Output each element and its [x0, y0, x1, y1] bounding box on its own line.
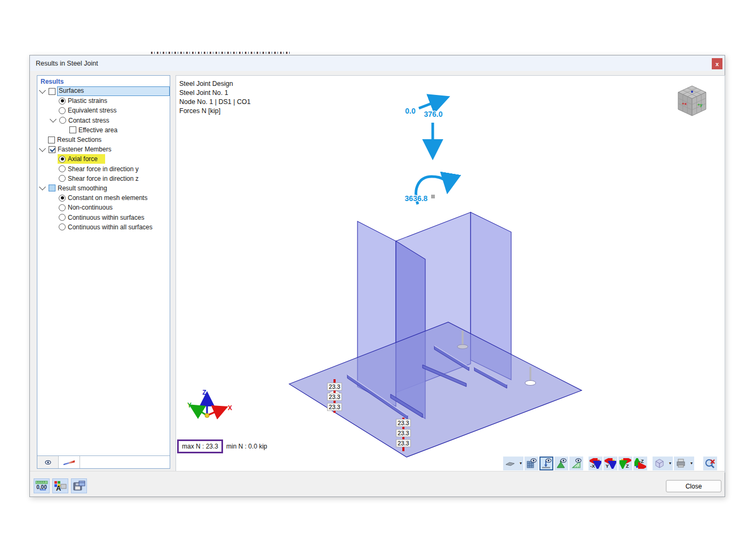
dimensions-visibility-icon: [571, 458, 582, 469]
tree-item-fastener-members[interactable]: Fastener Members: [37, 145, 170, 154]
tree-item-label[interactable]: Surfaces: [57, 86, 170, 96]
chevron-down-icon[interactable]: [39, 184, 46, 191]
tree-item-label[interactable]: Effective area: [78, 126, 117, 134]
tree-item-label[interactable]: Equivalent stress: [68, 107, 116, 114]
bolt-washer: [457, 345, 468, 349]
result-sections-checkbox[interactable]: [48, 137, 55, 143]
chevron-down-icon[interactable]: [39, 145, 46, 152]
tree-item-non-continuous[interactable]: Non-continuous: [37, 203, 170, 212]
tree-item-label[interactable]: Axial force: [68, 155, 98, 163]
surfaces-checkbox[interactable]: [49, 88, 55, 95]
non-continuous-radio[interactable]: [59, 204, 66, 211]
display-font-colors-button[interactable]: A: [52, 478, 68, 493]
effective-area-checkbox[interactable]: [69, 126, 76, 133]
close-button[interactable]: Close: [666, 480, 721, 492]
shear-force-y-radio[interactable]: [59, 165, 66, 172]
equivalent-stress-radio[interactable]: [59, 107, 66, 114]
continuous-within-all-surfaces-radio[interactable]: [59, 223, 66, 230]
tree-item-label[interactable]: Constant on mesh elements: [68, 194, 147, 202]
view-y-button[interactable]: Y: [603, 457, 617, 470]
tree-item-label[interactable]: Contact stress: [68, 117, 109, 124]
axial-force-radio[interactable]: [59, 156, 66, 163]
z-axis-label: Z: [202, 389, 206, 396]
tree-item-axial-force[interactable]: Axial force: [37, 154, 170, 164]
supports-visibility-button[interactable]: [554, 457, 568, 470]
axial-force-highlight[interactable]: Axial force: [58, 154, 105, 164]
view-minus-z-button[interactable]: -Z: [633, 457, 647, 470]
loads-visibility-icon: [541, 458, 552, 469]
tree-item-continuous-within-all-surfaces[interactable]: Continuous within all surfaces: [37, 222, 170, 232]
shear-force-z-radio[interactable]: [59, 175, 66, 182]
x-axis-arrow: [207, 409, 222, 415]
dimensions-visibility-button[interactable]: [569, 457, 583, 470]
tree-item-label[interactable]: Non-continuous: [68, 204, 113, 211]
tree-item-label[interactable]: Fastener Members: [58, 146, 112, 153]
supports-visibility-icon: [556, 458, 567, 469]
plastic-strains-radio[interactable]: [59, 98, 66, 105]
tree-item-shear-force-y[interactable]: Shear force in direction y: [37, 164, 170, 174]
isometric-view-button[interactable]: ▾: [653, 457, 673, 470]
svg-text:-X: -X: [590, 463, 595, 469]
zoom-reset-button[interactable]: [703, 457, 717, 470]
steel-joint-model-scene[interactable]: 23.3 23.3 23.3 23.3 23.3 23.3: [176, 76, 726, 472]
tab-color-scale[interactable]: [59, 456, 80, 468]
tree-item-equivalent-stress[interactable]: Equivalent stress: [37, 106, 170, 115]
mesh-visibility-button[interactable]: [525, 457, 538, 470]
continuous-within-surfaces-radio[interactable]: [59, 214, 66, 221]
constant-on-mesh-radio[interactable]: [59, 195, 66, 202]
value-label: 23.3: [328, 393, 342, 401]
save-settings-button[interactable]: [71, 478, 87, 493]
print-icon: [676, 458, 686, 469]
value-label: 23.3: [396, 439, 411, 447]
view-minus-x-button[interactable]: -X: [589, 457, 602, 470]
dialog-titlebar[interactable]: Results in Steel Joint x: [30, 55, 725, 71]
3d-result-view[interactable]: Steel Joint Design Steel Joint No. 1 Nod…: [176, 75, 725, 473]
tree-item-continuous-within-surfaces[interactable]: Continuous within surfaces: [37, 212, 170, 222]
loads-visibility-button[interactable]: [539, 457, 553, 470]
svg-text:23.3: 23.3: [329, 404, 340, 410]
svg-text:Y: Y: [606, 463, 609, 469]
tab-display-properties[interactable]: [37, 456, 59, 468]
tree-item-shear-force-z[interactable]: Shear force in direction z: [37, 174, 170, 183]
value-label: 23.3: [328, 383, 342, 390]
decimal-places-button[interactable]: 0,00: [34, 478, 50, 493]
tree-item-label[interactable]: Continuous within all surfaces: [68, 223, 153, 231]
cube-top-dot: [691, 91, 693, 93]
result-smoothing-checkbox[interactable]: [49, 185, 55, 191]
tree-item-label[interactable]: Result Sections: [57, 136, 101, 143]
navigation-cube[interactable]: +x +y: [674, 84, 710, 117]
fastener-members-checkbox[interactable]: [49, 146, 55, 153]
background-window-clipped-text: [151, 52, 291, 54]
tree-item-plastic-strains[interactable]: Plastic strains: [37, 96, 170, 106]
tree-item-label[interactable]: Shear force in direction z: [68, 175, 139, 182]
view-y-icon: Y: [605, 458, 616, 469]
tree-item-label[interactable]: Plastic strains: [68, 97, 107, 105]
chevron-down-icon[interactable]: [39, 87, 46, 94]
view-z-button[interactable]: Z: [618, 457, 632, 470]
dialog-close-icon[interactable]: x: [712, 58, 722, 69]
results-tree-panel: Results Surfaces Plastic strains Equival…: [37, 75, 170, 469]
contact-stress-radio[interactable]: [59, 117, 66, 124]
tree-item-label[interactable]: Result smoothing: [58, 185, 107, 192]
chevron-down-icon[interactable]: [50, 116, 57, 123]
tree-item-label[interactable]: Continuous within surfaces: [68, 214, 144, 221]
tree-item-effective-area[interactable]: Effective area: [37, 125, 170, 135]
tree-item-contact-stress[interactable]: Contact stress: [37, 116, 170, 125]
print-button[interactable]: ▾: [674, 457, 694, 470]
results-panel-title: Results: [41, 78, 170, 85]
value-label: 23.3: [328, 403, 342, 411]
svg-text:23.3: 23.3: [398, 420, 409, 426]
isometric-view-icon: [654, 458, 665, 469]
view-minus-x-icon: -X: [590, 458, 601, 469]
tree-item-surfaces[interactable]: Surfaces: [37, 86, 170, 96]
value-label: 23.3: [396, 429, 411, 437]
dropdown-caret-icon: ▾: [690, 461, 693, 466]
svg-text:0,00: 0,00: [36, 484, 47, 490]
tree-item-label[interactable]: Shear force in direction y: [68, 165, 139, 173]
value-label: 23.3: [396, 419, 411, 427]
tree-item-result-smoothing[interactable]: Result smoothing: [37, 183, 170, 193]
section-plane-button[interactable]: ▾: [503, 457, 523, 470]
color-scale-icon: [63, 459, 76, 466]
tree-item-result-sections[interactable]: Result Sections: [37, 135, 170, 145]
tree-item-constant-on-mesh[interactable]: Constant on mesh elements: [37, 193, 170, 203]
